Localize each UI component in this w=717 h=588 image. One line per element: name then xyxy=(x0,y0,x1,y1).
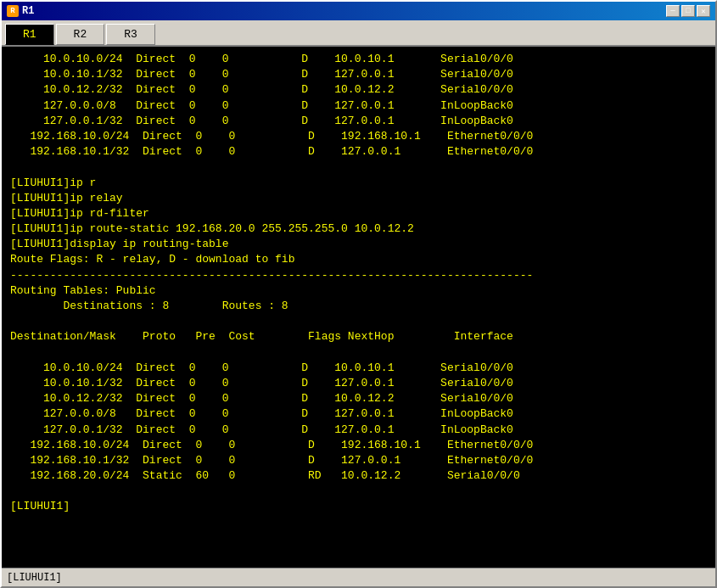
maximize-button[interactable]: □ xyxy=(681,5,695,17)
tab-r2[interactable]: R2 xyxy=(56,24,105,45)
title-bar: R R1 — □ ✕ xyxy=(2,2,715,20)
main-window: R R1 — □ ✕ R1 R2 R3 10.0.10.0/24 Direct … xyxy=(0,0,717,588)
terminal-output[interactable]: 10.0.10.0/24 Direct 0 0 D 10.0.10.1 Seri… xyxy=(2,47,715,568)
tab-r1[interactable]: R1 xyxy=(5,24,54,45)
status-text: [LIUHUI1] xyxy=(7,572,62,584)
terminal-text: 10.0.10.0/24 Direct 0 0 D 10.0.10.1 Seri… xyxy=(10,52,707,515)
app-icon: R xyxy=(7,5,19,17)
close-button[interactable]: ✕ xyxy=(697,5,710,17)
window-title: R1 xyxy=(22,5,34,17)
tab-r3[interactable]: R3 xyxy=(106,24,155,45)
minimize-button[interactable]: — xyxy=(666,5,680,17)
tab-bar: R1 R2 R3 xyxy=(2,20,715,47)
title-buttons: — □ ✕ xyxy=(666,5,710,17)
status-bar: [LIUHUI1] xyxy=(2,568,715,586)
title-bar-left: R R1 xyxy=(7,5,34,17)
